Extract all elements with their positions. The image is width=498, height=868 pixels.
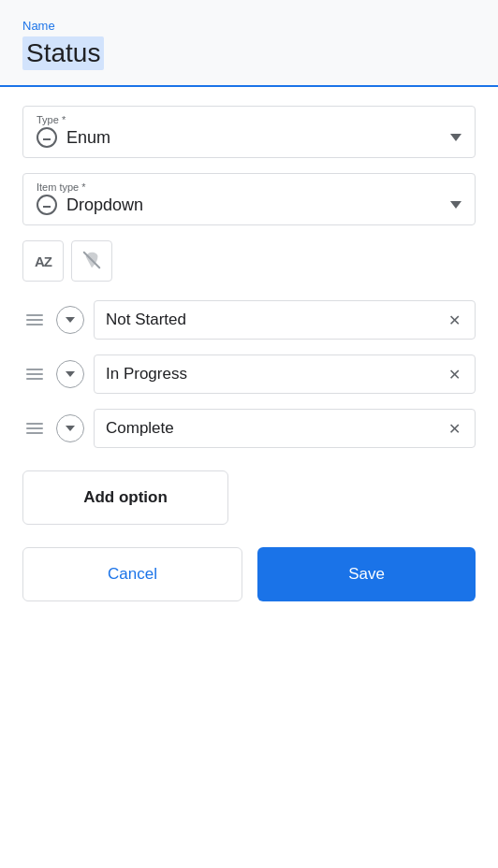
item-type-select-inner: Dropdown xyxy=(37,195,143,215)
type-circle-icon xyxy=(37,127,57,148)
sort-az-button[interactable]: AZ xyxy=(22,240,64,282)
item-type-select-value: Dropdown xyxy=(66,195,143,215)
no-color-button[interactable] xyxy=(71,240,112,282)
item-type-field-group: Item type * Dropdown xyxy=(22,173,476,225)
name-label: Name xyxy=(22,19,476,33)
name-section: Name Status xyxy=(0,0,498,87)
toolbar: AZ xyxy=(22,240,476,282)
type-select-row: Enum xyxy=(37,127,461,148)
option-input-box-2: In Progress ✕ xyxy=(94,354,476,394)
item-type-dropdown-arrow xyxy=(450,201,461,209)
cancel-button[interactable]: Cancel xyxy=(22,547,242,601)
item-type-select-row: Dropdown xyxy=(37,195,461,215)
drag-handle-3[interactable] xyxy=(22,419,47,438)
dialog-container: Name Status Type * Enum Item type * xyxy=(0,0,498,868)
option-input-box-3: Complete ✕ xyxy=(94,409,476,448)
item-type-select-wrapper[interactable]: Item type * Dropdown xyxy=(22,173,476,225)
option-arrow-3 xyxy=(66,426,75,431)
options-list: Not Started ✕ In Progress ✕ xyxy=(22,300,476,448)
type-select-inner: Enum xyxy=(37,127,110,148)
type-dropdown-arrow xyxy=(450,134,461,141)
no-color-icon xyxy=(81,250,102,273)
option-row-3: Complete ✕ xyxy=(22,409,476,448)
drag-handle-1[interactable] xyxy=(22,311,47,329)
option-arrow-2 xyxy=(66,371,75,377)
option-close-btn-3[interactable]: ✕ xyxy=(445,419,463,438)
option-close-btn-1[interactable]: ✕ xyxy=(445,311,463,329)
option-text-2: In Progress xyxy=(106,365,187,383)
item-type-circle-icon xyxy=(37,195,57,215)
option-text-3: Complete xyxy=(106,419,174,438)
type-select-value: Enum xyxy=(66,128,110,148)
save-button[interactable]: Save xyxy=(257,547,476,601)
option-input-box-1: Not Started ✕ xyxy=(94,300,476,340)
type-label: Type * xyxy=(37,114,461,125)
type-field-group: Type * Enum xyxy=(22,106,476,158)
option-row-2: In Progress ✕ xyxy=(22,354,476,394)
option-text-1: Not Started xyxy=(106,311,186,329)
add-option-button[interactable]: Add option xyxy=(22,470,228,525)
main-content: Type * Enum Item type * Dropdown xyxy=(0,87,498,868)
option-row-1: Not Started ✕ xyxy=(22,300,476,340)
option-close-btn-2[interactable]: ✕ xyxy=(445,365,463,383)
name-value[interactable]: Status xyxy=(22,36,104,70)
type-select-wrapper[interactable]: Type * Enum xyxy=(22,106,476,158)
option-color-btn-1[interactable] xyxy=(56,306,84,334)
option-color-btn-3[interactable] xyxy=(56,414,84,442)
drag-handle-2[interactable] xyxy=(22,365,47,383)
option-arrow-1 xyxy=(66,317,75,323)
option-color-btn-2[interactable] xyxy=(56,360,84,388)
az-icon: AZ xyxy=(35,253,51,269)
action-row: Cancel Save xyxy=(22,547,476,624)
item-type-label: Item type * xyxy=(37,181,461,193)
